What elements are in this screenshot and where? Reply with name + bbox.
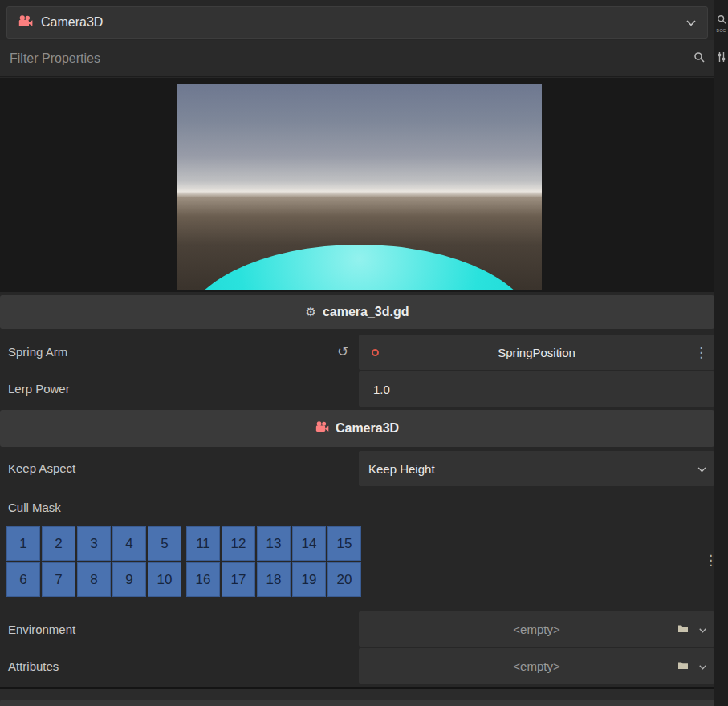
cull-mask-grid-row-top: 1 2 3 4 5 11 12 13 14 15 <box>6 526 361 561</box>
doc-search-icon <box>717 13 726 27</box>
keep-aspect-value: Keep Height <box>359 462 435 476</box>
attributes-label: Attributes <box>8 648 59 684</box>
cull-mask-layer-13[interactable]: 13 <box>257 526 291 561</box>
cull-mask-layer-4[interactable]: 4 <box>112 526 146 561</box>
environment-value: <empty> <box>359 623 714 636</box>
property-filter-options-button[interactable] <box>715 51 727 66</box>
chevron-down-icon <box>686 15 696 30</box>
folder-icon[interactable] <box>677 659 689 673</box>
cull-mask-layer-5[interactable]: 5 <box>148 526 181 561</box>
camera3d-section-header[interactable]: Camera3D <box>0 410 714 447</box>
camera3d-icon <box>18 15 33 30</box>
folder-icon[interactable] <box>677 622 689 636</box>
cull-mask-layer-14[interactable]: 14 <box>292 526 326 561</box>
inspector-panel: DOC Camera3D <box>0 0 728 706</box>
lerp-power-value: 1.0 <box>359 383 390 396</box>
lerp-power-field[interactable]: 1.0 <box>359 371 714 407</box>
preview-cyan-sphere <box>182 245 536 290</box>
search-icon <box>693 51 705 66</box>
cull-mask-layer-20[interactable]: 20 <box>327 562 361 597</box>
filter-sliders-icon <box>717 51 726 66</box>
cull-mask-layer-6[interactable]: 6 <box>6 562 40 597</box>
cull-mask-layer-7[interactable]: 7 <box>42 562 75 597</box>
camera3d-icon <box>315 421 329 436</box>
cull-mask-grid: 1 2 3 4 5 11 12 13 14 15 6 7 8 9 10 <box>6 526 361 597</box>
node-selector-dropdown[interactable]: Camera3D <box>6 6 708 39</box>
cull-mask-layer-1[interactable]: 1 <box>6 526 40 561</box>
cull-mask-layer-3[interactable]: 3 <box>77 526 111 561</box>
environment-resource-field[interactable]: <empty> <box>359 611 714 647</box>
chevron-down-icon <box>697 461 706 476</box>
filter-bar <box>0 40 714 77</box>
cull-mask-layer-8[interactable]: 8 <box>77 562 111 597</box>
keep-aspect-dropdown[interactable]: Keep Height <box>359 451 714 486</box>
chevron-down-icon <box>699 622 706 636</box>
filter-properties-input[interactable] <box>10 51 687 66</box>
script-gear-icon: ⚙ <box>305 305 315 319</box>
cull-mask-layer-19[interactable]: 19 <box>292 562 326 597</box>
cull-mask-layer-15[interactable]: 15 <box>327 526 361 561</box>
open-documentation-button[interactable]: DOC <box>715 13 727 33</box>
spring-arm-value: SpringPosition <box>359 346 714 359</box>
cull-mask-layer-9[interactable]: 9 <box>112 562 146 597</box>
cull-mask-layer-2[interactable]: 2 <box>42 526 75 561</box>
attributes-resource-field[interactable]: <empty> <box>359 648 714 684</box>
next-section-partial-header <box>0 700 714 706</box>
doc-label: DOC <box>716 28 726 33</box>
cull-mask-layer-12[interactable]: 12 <box>222 526 255 561</box>
cull-mask-grid-row-bottom: 6 7 8 9 10 16 17 18 19 20 <box>6 562 361 597</box>
cull-mask-label: Cull Mask <box>8 489 61 525</box>
cull-mask-layer-10[interactable]: 10 <box>148 562 181 597</box>
spring-arm-field[interactable]: SpringPosition ⋮ <box>359 335 714 370</box>
chevron-down-icon <box>699 659 706 673</box>
cull-mask-layer-16[interactable]: 16 <box>186 562 220 597</box>
camera3d-section-title: Camera3D <box>336 421 399 436</box>
camera-preview-zone <box>0 78 714 292</box>
script-name: camera_3d.gd <box>323 305 409 319</box>
cull-mask-layer-17[interactable]: 17 <box>222 562 255 597</box>
node-path-circle-icon <box>372 349 379 356</box>
lerp-power-label: Lerp Power <box>8 371 70 406</box>
side-toolbar <box>714 0 728 706</box>
menu-dots-icon[interactable]: ⋮ <box>704 554 718 567</box>
revert-icon[interactable]: ↺ <box>337 334 348 369</box>
keep-aspect-label: Keep Aspect <box>8 450 75 485</box>
cull-mask-layer-11[interactable]: 11 <box>186 526 220 561</box>
cull-mask-layer-18[interactable]: 18 <box>257 562 291 597</box>
spring-arm-label: Spring Arm <box>8 334 67 369</box>
script-section-header[interactable]: ⚙ camera_3d.gd <box>0 295 714 329</box>
environment-label: Environment <box>8 611 75 647</box>
selected-node-title: Camera3D <box>41 15 103 30</box>
attributes-value: <empty> <box>359 659 714 673</box>
camera-preview-image <box>177 84 542 290</box>
menu-dots-icon[interactable]: ⋮ <box>694 346 708 359</box>
